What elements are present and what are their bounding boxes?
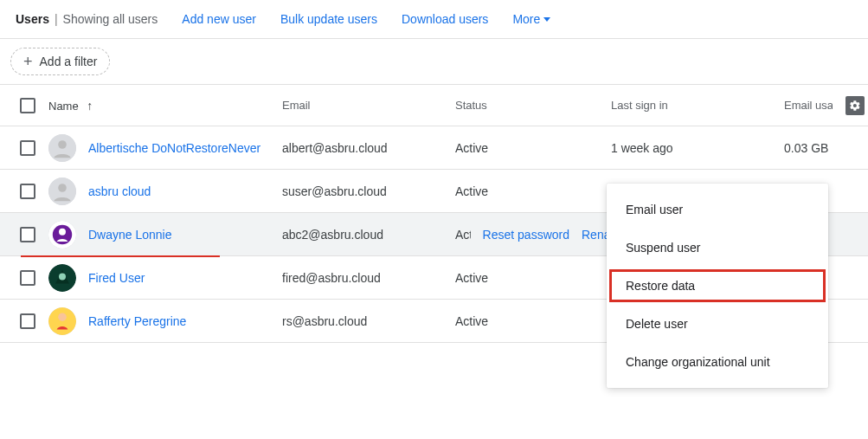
select-all-checkbox[interactable] (20, 98, 35, 113)
svg-point-6 (59, 228, 66, 235)
svg-point-1 (58, 140, 67, 149)
title-area: Users | Showing all users (16, 12, 158, 26)
page-title: Users (16, 12, 49, 26)
row-checkbox[interactable] (20, 270, 35, 286)
column-name[interactable]: Name ↑ (48, 99, 282, 113)
column-signin[interactable]: Last sign in (611, 99, 784, 112)
signin-cell: 1 week ago (611, 141, 784, 155)
status-cell: Active (455, 184, 611, 198)
row-check-cell (7, 227, 48, 242)
column-usage[interactable]: Email usage (784, 96, 868, 115)
usage-cell: 0.03 GB (784, 141, 868, 155)
menu-item-delete-user[interactable]: Delete user (607, 305, 828, 343)
more-label: More (512, 12, 540, 26)
row-check-cell (7, 270, 48, 286)
menu-item-suspend-user[interactable]: Suspend user (607, 229, 828, 267)
email-cell: abc2@asbru.cloud (282, 228, 455, 242)
add-filter-chip[interactable]: + Add a filter (10, 48, 110, 75)
status-cell: Active (455, 314, 611, 328)
select-all-cell (7, 98, 48, 113)
status-cell: Active (455, 271, 611, 285)
user-name-link[interactable]: Dwayne Lonnie (88, 228, 172, 242)
row-check-cell (7, 184, 48, 199)
name-cell: Fired User (48, 264, 282, 292)
bulk-update-link[interactable]: Bulk update users (280, 12, 377, 26)
email-cell: albert@asbru.cloud (282, 141, 455, 155)
user-name-link[interactable]: Fired User (88, 271, 145, 285)
column-email[interactable]: Email (282, 99, 455, 112)
column-usage-label: Email usage (784, 99, 833, 112)
toolbar: Users | Showing all users Add new user B… (0, 0, 868, 39)
email-cell: suser@asbru.cloud (282, 184, 455, 198)
row-check-cell (7, 313, 48, 329)
email-cell: fired@asbru.cloud (282, 271, 455, 285)
column-name-label: Name (48, 100, 79, 113)
caret-down-icon (543, 17, 550, 22)
plus-icon: + (23, 55, 33, 68)
column-status[interactable]: Status (455, 99, 611, 112)
svg-point-3 (58, 184, 67, 192)
email-cell: rs@asbru.cloud (282, 314, 455, 328)
more-link[interactable]: More (512, 12, 550, 26)
sort-up-icon: ↑ (87, 99, 93, 113)
table-row[interactable]: Albertische DoNotRestoreNeveralbert@asbr… (0, 126, 868, 170)
title-separator: | (55, 12, 58, 26)
svg-point-8 (59, 273, 66, 280)
avatar (48, 307, 76, 335)
svg-point-10 (58, 313, 67, 321)
gear-icon[interactable] (845, 96, 865, 115)
reset-password-link[interactable]: Reset password (483, 228, 569, 242)
context-menu: Email userSuspend userRestore dataDelete… (607, 184, 828, 343)
highlight-underline (21, 255, 220, 257)
row-checkbox[interactable] (20, 313, 35, 329)
status-cell: Active (455, 141, 611, 155)
row-checkbox[interactable] (20, 140, 35, 156)
avatar (48, 264, 76, 292)
status-text: Active (455, 228, 471, 242)
download-users-link[interactable]: Download users (402, 12, 488, 26)
name-cell: Albertische DoNotRestoreNever (48, 134, 282, 162)
page-subtitle: Showing all users (63, 12, 158, 26)
add-filter-label: Add a filter (40, 55, 98, 68)
table-header: Name ↑ Email Status Last sign in Email u… (0, 85, 868, 126)
avatar (48, 178, 76, 205)
name-cell: Rafferty Peregrine (48, 307, 282, 335)
row-check-cell (7, 140, 48, 156)
row-checkbox[interactable] (20, 184, 35, 199)
user-name-link[interactable]: asbru cloud (88, 184, 151, 198)
filter-bar: + Add a filter (0, 39, 868, 85)
menu-item-email-user[interactable]: Email user (607, 190, 828, 229)
status-cell: ActiveReset passwordRename user (455, 228, 611, 242)
menu-item-restore-data[interactable]: Restore data (607, 267, 828, 305)
add-user-link[interactable]: Add new user (182, 12, 256, 26)
avatar (48, 221, 76, 249)
name-cell: asbru cloud (48, 178, 282, 205)
row-checkbox[interactable] (20, 227, 35, 242)
name-cell: Dwayne Lonnie (48, 221, 282, 249)
avatar (48, 134, 76, 162)
user-name-link[interactable]: Albertische DoNotRestoreNever (88, 141, 260, 155)
user-name-link[interactable]: Rafferty Peregrine (88, 314, 186, 328)
